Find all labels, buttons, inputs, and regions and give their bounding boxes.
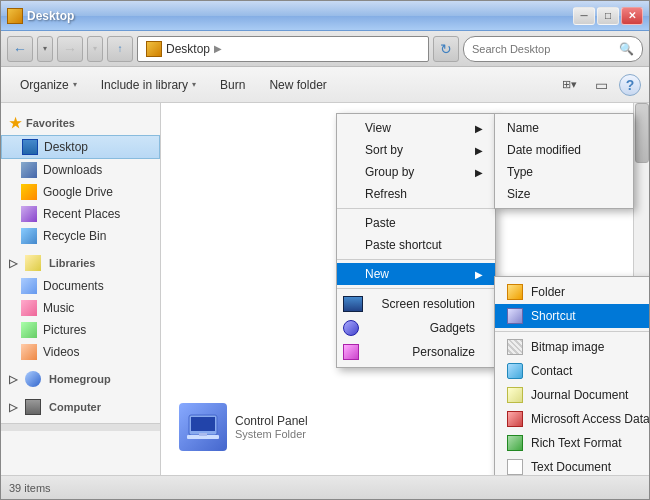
google-drive-label: Google Drive xyxy=(43,185,113,199)
menu-item-view[interactable]: View ▶ xyxy=(337,117,495,139)
organize-button[interactable]: Organize ▾ xyxy=(9,71,88,99)
libraries-header[interactable]: ▷ Libraries xyxy=(1,251,160,275)
sidebar-item-downloads[interactable]: Downloads xyxy=(1,159,160,181)
preview-button[interactable]: ▭ xyxy=(587,71,615,99)
google-drive-icon xyxy=(21,184,37,200)
path-arrow: ▶ xyxy=(214,43,222,54)
forward-button[interactable]: → xyxy=(57,36,83,62)
recycle-bin-label: Recycle Bin xyxy=(43,229,106,243)
menu-item-group-by[interactable]: Group by ▶ xyxy=(337,161,495,183)
computer-header[interactable]: ▷ Computer xyxy=(1,395,160,419)
close-button[interactable]: ✕ xyxy=(621,7,643,25)
menu-item-personalize[interactable]: Personalize xyxy=(337,340,495,364)
search-box[interactable]: 🔍 xyxy=(463,36,643,62)
new-folder-button[interactable]: New folder xyxy=(258,71,337,99)
maximize-button[interactable]: □ xyxy=(597,7,619,25)
homegroup-header[interactable]: ▷ Homegroup xyxy=(1,367,160,391)
search-input[interactable] xyxy=(472,43,615,55)
submenu-sort-name[interactable]: Name xyxy=(495,117,633,139)
libraries-section: ▷ Libraries Documents Music Pictures xyxy=(1,251,160,363)
documents-icon xyxy=(21,278,37,294)
contact-icon xyxy=(507,363,523,379)
folder-icon xyxy=(507,284,523,300)
up-button[interactable]: ↑ xyxy=(107,36,133,62)
submenu-new-bitmap[interactable]: Bitmap image xyxy=(495,335,649,359)
include-in-library-button[interactable]: Include in library ▾ xyxy=(90,71,207,99)
submenu-new-shortcut[interactable]: Shortcut xyxy=(495,304,649,328)
change-view-button[interactable]: ⊞▾ xyxy=(555,71,583,99)
personalize-icon xyxy=(343,344,359,360)
music-label: Music xyxy=(43,301,74,315)
menu-item-sort-by[interactable]: Sort by ▶ xyxy=(337,139,495,161)
sidebar-item-desktop[interactable]: Desktop xyxy=(1,135,160,159)
submenu-sort-date[interactable]: Date modified xyxy=(495,139,633,161)
shortcut-icon xyxy=(507,308,523,324)
videos-icon xyxy=(21,344,37,360)
homegroup-label: Homegroup xyxy=(49,373,111,385)
screen-resolution-icon xyxy=(343,296,363,312)
content-area: ★ Favorites Desktop Downloads Google Dri… xyxy=(1,103,649,475)
path-folder-icon xyxy=(146,41,162,57)
file-area: Control Panel System Folder View ▶ Sort … xyxy=(161,103,649,475)
sidebar-item-recycle-bin[interactable]: Recycle Bin xyxy=(1,225,160,247)
title-bar-left: Desktop xyxy=(7,8,74,24)
explorer-window: Desktop ─ □ ✕ ← ▾ → ▾ ↑ Desktop ▶ ↻ 🔍 Or… xyxy=(0,0,650,500)
path-text: Desktop xyxy=(166,42,210,56)
submenu-new: Folder Shortcut Bitmap image Contact xyxy=(494,276,649,475)
sidebar-bottom-bar xyxy=(1,423,160,431)
bitmap-icon xyxy=(507,339,523,355)
submenu-sort-by: Name Date modified Type Size xyxy=(494,113,634,209)
menu-separator-3 xyxy=(337,288,495,289)
submenu-new-journal[interactable]: Journal Document xyxy=(495,383,649,407)
view-arrow: ▶ xyxy=(475,123,483,134)
back-dropdown[interactable]: ▾ xyxy=(37,36,53,62)
submenu-new-access[interactable]: Microsoft Access Database xyxy=(495,407,649,431)
title-buttons: ─ □ ✕ xyxy=(573,7,643,25)
refresh-button[interactable]: ↻ xyxy=(433,36,459,62)
submenu-sort-type[interactable]: Type xyxy=(495,161,633,183)
star-icon: ★ xyxy=(9,115,22,131)
sidebar-item-music[interactable]: Music xyxy=(1,297,160,319)
help-button[interactable]: ? xyxy=(619,74,641,96)
submenu-new-contact[interactable]: Contact xyxy=(495,359,649,383)
submenu-sort-size[interactable]: Size xyxy=(495,183,633,205)
favorites-section: ★ Favorites Desktop Downloads Google Dri… xyxy=(1,111,160,247)
submenu-new-text[interactable]: Text Document xyxy=(495,455,649,475)
burn-button[interactable]: Burn xyxy=(209,71,256,99)
expand-icon: ▷ xyxy=(9,257,17,270)
forward-dropdown[interactable]: ▾ xyxy=(87,36,103,62)
library-icon xyxy=(25,255,41,271)
organize-label: Organize xyxy=(20,78,69,92)
downloads-icon xyxy=(21,162,37,178)
expand-computer-icon: ▷ xyxy=(9,401,17,414)
submenu-new-rtf[interactable]: Rich Text Format xyxy=(495,431,649,455)
sidebar-item-pictures[interactable]: Pictures xyxy=(1,319,160,341)
menu-item-paste[interactable]: Paste xyxy=(337,212,495,234)
address-path[interactable]: Desktop ▶ xyxy=(137,36,429,62)
music-icon xyxy=(21,300,37,316)
sidebar-item-google-drive[interactable]: Google Drive xyxy=(1,181,160,203)
menu-item-gadgets[interactable]: Gadgets xyxy=(337,316,495,340)
menu-item-refresh[interactable]: Refresh xyxy=(337,183,495,205)
menu-item-new[interactable]: New ▶ xyxy=(337,263,495,285)
back-button[interactable]: ← xyxy=(7,36,33,62)
include-in-library-label: Include in library xyxy=(101,78,188,92)
homegroup-section: ▷ Homegroup xyxy=(1,367,160,391)
menu-item-paste-shortcut[interactable]: Paste shortcut xyxy=(337,234,495,256)
new-folder-label: New folder xyxy=(269,78,326,92)
menu-item-screen-resolution[interactable]: Screen resolution xyxy=(337,292,495,316)
gadgets-icon xyxy=(343,320,359,336)
sidebar-item-documents[interactable]: Documents xyxy=(1,275,160,297)
sidebar-item-videos[interactable]: Videos xyxy=(1,341,160,363)
computer-icon xyxy=(25,399,41,415)
include-in-library-chevron: ▾ xyxy=(192,80,196,89)
new-arrow: ▶ xyxy=(475,269,483,280)
submenu-new-folder[interactable]: Folder xyxy=(495,280,649,304)
computer-label: Computer xyxy=(49,401,101,413)
desktop-icon xyxy=(22,139,38,155)
search-icon: 🔍 xyxy=(619,42,634,56)
sidebar-item-recent-places[interactable]: Recent Places xyxy=(1,203,160,225)
videos-label: Videos xyxy=(43,345,79,359)
minimize-button[interactable]: ─ xyxy=(573,7,595,25)
favorites-header[interactable]: ★ Favorites xyxy=(1,111,160,135)
